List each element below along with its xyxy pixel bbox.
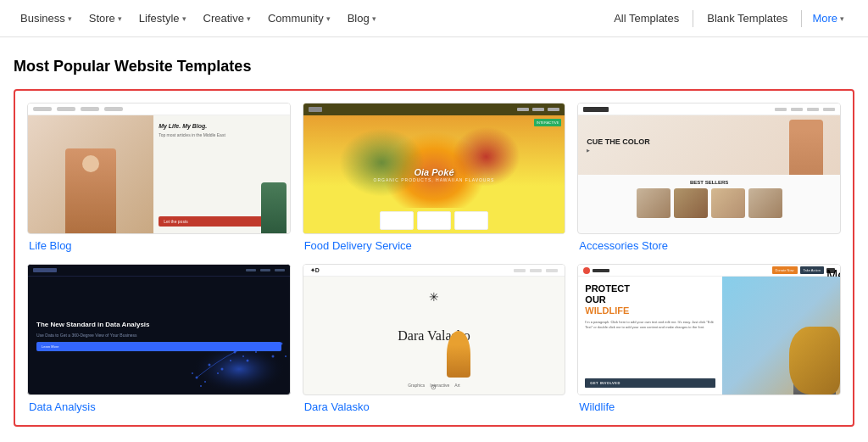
data-subtext: Use Data to Get a 360-Degree View of You… [36, 333, 281, 338]
template-label-food-delivery: Food Delivery Service [303, 239, 566, 252]
svg-point-17 [200, 385, 202, 387]
dara-nav: ✦D [303, 265, 565, 277]
wildlife-text-area: PROTECT OUR WILDLIFE I'm a paragraph. Cl… [578, 277, 722, 394]
wildlife-image-area [722, 277, 840, 394]
nav-item-lifestyle[interactable]: Lifestyle ▾ [132, 8, 193, 28]
wildlife-logo-area [583, 267, 609, 274]
lifeblog-nav [28, 104, 290, 115]
svg-point-0 [192, 344, 286, 394]
dara-figure [447, 331, 470, 378]
template-label-data-analysis: Data Analysis [27, 400, 291, 413]
svg-point-11 [230, 360, 231, 361]
chevron-down-icon: ▾ [182, 14, 186, 23]
nav-item-community[interactable]: Community ▾ [261, 8, 337, 28]
template-card-accessories[interactable]: CUE THE COLOR ▶ BEST SELLERS [577, 103, 841, 252]
nav-right: All Templates Blank Templates More ▾ [600, 8, 854, 28]
acc-nav [578, 104, 840, 115]
template-thumb-dara: ✦D ✳ Dara Valasko Graphics In [303, 264, 566, 395]
dara-tag-graphics: Graphics [408, 383, 425, 388]
data-cta: Learn More [36, 342, 281, 351]
template-card-wildlife[interactable]: Donate Now Take Action Menu PROTECT OUR [577, 264, 841, 413]
acc-product-4 [748, 188, 782, 218]
food-badge: INTERACTIVE [534, 119, 561, 126]
dara-body: ✳ Dara Valasko Graphics Interactive Art … [303, 277, 565, 394]
acc-products: BEST SELLERS [578, 175, 840, 223]
svg-point-15 [285, 355, 287, 357]
template-thumb-accessories: CUE THE COLOR ▶ BEST SELLERS [577, 103, 841, 234]
data-logo [33, 268, 57, 272]
food-title: Oia Poké [374, 167, 495, 177]
food-hero: Oia Poké Organic Products, Hawaiian Flav… [303, 115, 565, 233]
svg-point-2 [208, 364, 210, 366]
templates-grid: My Life. My Blog. Top most articles in t… [27, 103, 841, 413]
chevron-down-icon: ▾ [326, 14, 331, 23]
lifeblog-left-img [28, 115, 153, 233]
nav-item-creative[interactable]: Creative ▾ [197, 8, 258, 28]
svg-point-7 [271, 355, 274, 358]
food-subtitle: Organic Products, Hawaiian Flavours [374, 177, 495, 182]
nav-label-community: Community [268, 12, 324, 25]
all-templates-button[interactable]: All Templates [600, 8, 693, 28]
acc-product-1 [637, 188, 670, 218]
acc-product-3 [711, 188, 745, 218]
wildlife-action-btn: Take Action [800, 266, 824, 274]
acc-logo [583, 107, 609, 112]
wildlife-donate-btn: Donate Now [772, 266, 798, 274]
svg-point-13 [255, 351, 257, 353]
dara-asterisk: ✳ [429, 290, 439, 304]
chevron-down-icon: ▾ [118, 14, 122, 23]
data-headline: The New Standard in Data Analysis [36, 320, 281, 329]
nav-bar: Business ▾ Store ▾ Lifestyle ▾ Creative … [0, 0, 868, 37]
template-card-dara-valasko[interactable]: ✦D ✳ Dara Valasko Graphics In [303, 264, 566, 413]
acc-product-2 [674, 188, 708, 218]
template-card-data-analysis[interactable]: The New Standard in Data Analysis Use Da… [27, 264, 291, 413]
food-nav [303, 104, 565, 115]
acc-overlay-text: CUE THE COLOR ▶ [587, 137, 650, 153]
templates-grid-wrapper: My Life. My Blog. Top most articles in t… [14, 89, 854, 427]
food-bottom-bar [303, 208, 565, 233]
food-card-2 [417, 211, 451, 230]
svg-point-5 [246, 360, 248, 362]
chevron-down-icon: ▾ [68, 14, 72, 23]
template-thumb-life-blog: My Life. My Blog. Top most articles in t… [27, 103, 291, 234]
dara-scroll-icon: ⊙ [431, 383, 437, 391]
nav-item-business[interactable]: Business ▾ [14, 8, 79, 28]
svg-point-16 [192, 372, 193, 374]
chevron-down-icon: ▾ [372, 14, 376, 23]
template-thumb-wildlife: Donate Now Take Action Menu PROTECT OUR [577, 264, 841, 395]
wildlife-body: PROTECT OUR WILDLIFE I'm a paragraph. Cl… [578, 277, 840, 394]
wildlife-menu: Menu [826, 268, 835, 273]
nav-label-store: Store [89, 12, 115, 25]
svg-point-9 [204, 381, 206, 383]
template-card-life-blog[interactable]: My Life. My Blog. Top most articles in t… [27, 103, 291, 252]
lifeblog-headline: My Life. My Blog. [159, 122, 285, 130]
nav-item-store[interactable]: Store ▾ [82, 8, 129, 28]
svg-point-12 [242, 355, 244, 357]
wildlife-nav-right: Donate Now Take Action Menu [772, 266, 835, 274]
nav-item-blog[interactable]: Blog ▾ [341, 8, 383, 28]
food-overlay-text: Oia Poké Organic Products, Hawaiian Flav… [374, 167, 495, 182]
nav-label-blog: Blog [348, 12, 370, 25]
lifeblog-person [65, 148, 116, 233]
wildlife-subtext: I'm a paragraph. Click here to add your … [585, 320, 715, 330]
data-body: The New Standard in Data Analysis Use Da… [28, 277, 290, 394]
nav-label-business: Business [20, 12, 65, 25]
blank-templates-button[interactable]: Blank Templates [693, 8, 801, 28]
wildlife-cheetah [789, 327, 840, 394]
lifeblog-body: My Life. My Blog. Top most articles in t… [28, 115, 290, 233]
lifeblog-plant [261, 182, 287, 233]
acc-best-sellers-label: BEST SELLERS [583, 180, 835, 185]
section-title: Most Popular Website Templates [14, 58, 854, 76]
more-button[interactable]: More ▾ [802, 8, 854, 28]
template-label-dara-valasko: Dara Valasko [303, 400, 566, 413]
data-nav [28, 265, 290, 277]
acc-hero: CUE THE COLOR ▶ [578, 115, 840, 175]
wildlife-cta: GET INVOLVED [585, 378, 715, 388]
lifeblog-subtext: Top most articles in the Middle East [159, 132, 285, 138]
nav-label-creative: Creative [203, 12, 244, 25]
chevron-down-icon: ▾ [247, 14, 251, 23]
wildlife-logo-text [593, 269, 609, 272]
main-content: Most Popular Website Templates [0, 37, 868, 440]
template-card-food-delivery[interactable]: Oia Poké Organic Products, Hawaiian Flav… [303, 103, 566, 252]
nav-left: Business ▾ Store ▾ Lifestyle ▾ Creative … [14, 8, 600, 28]
